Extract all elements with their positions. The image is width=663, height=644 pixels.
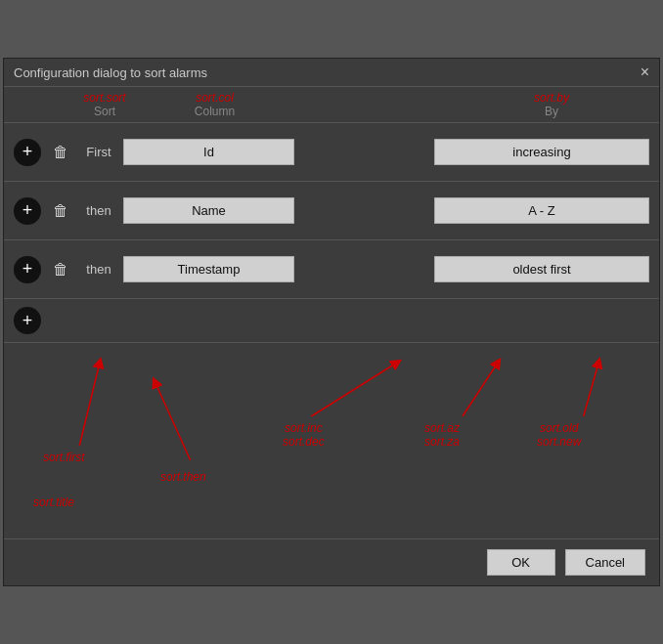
dialog-footer: OK Cancel [4,538,659,585]
sort-then-annotation: sort.then [160,470,206,484]
by-dropdown-1[interactable]: increasing [434,139,649,165]
svg-line-3 [463,363,498,416]
add-button-3[interactable]: + [14,256,41,283]
svg-line-0 [79,363,100,446]
delete-button-3[interactable]: 🗑 [47,256,74,283]
dialog-titlebar: Configuration dialog to sort alarms × [4,59,659,87]
column-dropdown-3[interactable]: Timestamp [123,256,294,282]
sort-row-2: + 🗑 then Name A - Z [4,182,659,240]
sort-first-annotation: sort.first [43,451,85,464]
dialog-title: Configuration dialog to sort alarms [14,65,207,80]
delete-button-1[interactable]: 🗑 [47,139,74,166]
svg-line-4 [584,363,598,416]
sort-label-2: then [74,203,123,218]
column-dropdown-2[interactable]: Name [123,197,294,224]
annotation-area: sort.first sort.then sort.inc sort.dec s… [4,343,659,538]
by-dropdown-2[interactable]: A - Z [434,197,649,224]
sort-inc-annotation: sort.inc sort.dec [283,421,325,449]
column-dropdown-1[interactable]: Id [123,139,294,165]
dialog-content: sort.sort Sort sort.col Column sort.by B… [4,87,659,538]
sort-sort-annotation: sort.sort [83,91,125,105]
sort-row-3: + 🗑 then Timestamp oldest first [4,240,659,299]
sort-label-3: then [74,262,123,277]
add-button-1[interactable]: + [14,139,41,166]
close-button[interactable]: × [641,64,649,80]
sort-az-annotation: sort.az sort.za [424,421,460,449]
by-dropdown-3[interactable]: oldest first [434,256,649,282]
sort-by-annotation: sort.by [534,91,569,105]
sort-title-annotation: sort.title [33,495,74,509]
svg-line-2 [311,363,397,416]
delete-button-2[interactable]: 🗑 [47,197,74,225]
sort-by-label: By [545,105,558,118]
header-row: sort.sort Sort sort.col Column sort.by B… [4,87,659,123]
sort-col-label: Column [195,105,235,118]
sort-sort-label: Sort [94,105,115,118]
sort-alarms-dialog: Configuration dialog to sort alarms × so… [3,58,660,586]
sort-old-annotation: sort.old sort.new [537,421,581,449]
add-button-4[interactable]: + [14,307,41,334]
svg-line-1 [155,382,191,460]
sort-col-annotation: sort.col [196,91,234,105]
sort-row-1: + 🗑 First Id increasing [4,123,659,182]
sort-label-1: First [74,145,123,159]
ok-button[interactable]: OK [487,549,555,576]
cancel-button[interactable]: Cancel [565,549,645,576]
add-only-row: + [4,299,659,343]
add-button-2[interactable]: + [14,197,41,225]
